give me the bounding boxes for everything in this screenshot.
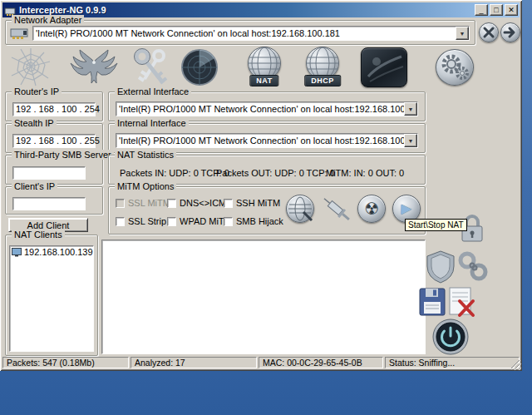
- nat-badge: NAT: [249, 75, 278, 86]
- dhcp-badge: DHCP: [304, 75, 341, 86]
- external-interface-value: 'Intel(R) PRO/1000 MT Network Connection…: [116, 102, 404, 116]
- ssh-mitm-checkbox[interactable]: [224, 199, 233, 208]
- routers-ip-value: 192 . 168 . 100 . 254: [16, 104, 100, 114]
- external-interface-select[interactable]: 'Intel(R) PRO/1000 MT Network Connection…: [116, 101, 418, 116]
- smb-hijack-checkbox[interactable]: [224, 217, 233, 226]
- external-interface-label: External Interface: [115, 86, 191, 96]
- mitm-globe-button[interactable]: [286, 195, 314, 223]
- statusbar: Packets: 547 (0.18Mb) Analyzed: 17 MAC: …: [2, 357, 520, 368]
- ssl-strip-label: SSL Strip: [128, 216, 166, 226]
- ssl-mitm-label: SSL MiTM: [128, 198, 170, 208]
- clients-ip-input[interactable]: [12, 197, 86, 210]
- clients-ip-label: Client's IP: [12, 181, 57, 191]
- network-adapter-group: Network Adapter 'Intel(R) PRO/1000 MT Ne…: [5, 20, 475, 45]
- spiderweb-icon[interactable]: [10, 47, 52, 87]
- internal-interface-value: 'Intel(R) PRO/1000 MT Network Connection…: [116, 134, 404, 147]
- window-title: Intercepter-NG 0.9.9: [19, 5, 473, 15]
- smb-hijack-label: SMB Hijack: [236, 216, 283, 226]
- nat-client-ip: 192.168.100.139: [24, 247, 93, 257]
- ssl-mitm-checkbox[interactable]: [116, 199, 125, 208]
- arrow-glyph: ▼: [460, 31, 466, 37]
- nat-client-row[interactable]: 192.168.100.139: [10, 246, 93, 258]
- internal-interface-label: Internal Interface: [115, 118, 189, 128]
- smb-server-group: Third-Party SMB Server: [5, 155, 103, 185]
- app-icon: [4, 5, 16, 15]
- output-log[interactable]: [101, 240, 426, 354]
- routers-ip-label: Router's IP: [12, 86, 62, 96]
- statusbar-packets: Packets: 547 (0.18Mb): [2, 357, 129, 368]
- packets-out-stat: Packets OUT: UDP: 0 TCP: 0: [214, 167, 337, 179]
- injection-syringe-button[interactable]: [323, 196, 351, 223]
- ssh-mitm-label: SSH MiTM: [236, 198, 280, 208]
- close-button[interactable]: ✕: [505, 4, 518, 16]
- network-card-icon: [10, 27, 30, 43]
- routers-ip-input[interactable]: 192 . 168 . 100 . 254: [12, 102, 96, 116]
- nat-statistics-group: NAT Statistics Packets IN: UDP: 0 TCP: 0…: [108, 155, 426, 185]
- wpad-mitm-checkbox[interactable]: [167, 217, 176, 226]
- radiation-icon: ☢: [364, 200, 379, 218]
- routers-ip-group: Router's IP 192 . 168 . 100 . 254: [5, 91, 103, 121]
- shield-icon: [426, 249, 456, 284]
- eagle-icon[interactable]: [70, 48, 118, 86]
- save-floppy-button[interactable]: [419, 288, 446, 316]
- nat-clients-group: NAT Clients 192.168.100.139: [5, 235, 98, 356]
- desktop: Intercepter-NG 0.9.9 _ □ ✕ Network Adapt…: [0, 0, 532, 415]
- mitm-stat: MiTM: IN: 0 OUT: 0: [323, 167, 406, 179]
- internal-interface-group: Internal Interface 'Intel(R) PRO/1000 MT…: [108, 123, 426, 153]
- dhcp-globe-icon[interactable]: DHCP: [298, 47, 347, 88]
- handcuffs-icon: [457, 249, 489, 283]
- settings-gear-button[interactable]: [436, 49, 474, 86]
- clients-ip-group: Client's IP: [5, 186, 103, 215]
- network-adapter-select[interactable]: 'Intel(R) PRO/1000 MT Network Connection…: [32, 26, 470, 41]
- stealth-ip-input[interactable]: 192 . 168 . 100 . 255: [12, 134, 96, 148]
- nat-globe-icon[interactable]: NAT: [239, 47, 289, 88]
- arrow-glyph: ▼: [408, 106, 414, 112]
- nat-statistics-label: NAT Statistics: [115, 150, 176, 160]
- internal-interface-select[interactable]: 'Intel(R) PRO/1000 MT Network Connection…: [116, 133, 418, 148]
- power-button[interactable]: [431, 318, 470, 356]
- close-round-button[interactable]: [479, 22, 499, 42]
- keys-icon[interactable]: [131, 47, 170, 87]
- radar-scan-icon[interactable]: [178, 47, 221, 87]
- statusbar-status: Status: Sniffing...: [385, 357, 520, 368]
- ssl-strip-checkbox[interactable]: [116, 217, 125, 226]
- stealth-ip-group: Stealth IP 192 . 168 . 100 . 255: [5, 123, 103, 153]
- clear-log-button[interactable]: [447, 286, 475, 318]
- play-icon: ▶: [401, 201, 411, 215]
- nat-clients-label: NAT Clients: [12, 230, 65, 240]
- minimize-button[interactable]: _: [475, 4, 488, 16]
- start-stop-nat-tooltip: Start\Stop NAT: [405, 219, 467, 231]
- smb-server-label: Third-Party SMB Server: [12, 150, 114, 160]
- intercepter-window: Intercepter-NG 0.9.9 _ □ ✕ Network Adapt…: [0, 0, 522, 371]
- arrow-glyph: ▼: [408, 138, 414, 144]
- statusbar-analyzed: Analyzed: 17: [131, 357, 257, 368]
- smb-server-input[interactable]: [12, 166, 86, 180]
- add-client-label: Add Client: [27, 220, 70, 230]
- hide-arrow-round-button[interactable]: [500, 22, 520, 42]
- resize-grip[interactable]: [511, 360, 521, 370]
- intercepter-logo-icon[interactable]: [361, 47, 407, 87]
- stealth-ip-label: Stealth IP: [12, 118, 57, 128]
- close-icon: ✕: [508, 6, 515, 14]
- maximize-icon: □: [494, 6, 498, 14]
- dropdown-arrow-icon[interactable]: ▼: [404, 134, 417, 147]
- external-interface-group: External Interface 'Intel(R) PRO/1000 MT…: [108, 91, 426, 121]
- nat-clients-list[interactable]: 192.168.100.139: [9, 245, 94, 352]
- dns-icmp-checkbox[interactable]: [167, 199, 176, 208]
- client-monitor-icon: [12, 248, 22, 257]
- dropdown-arrow-icon[interactable]: ▼: [404, 102, 417, 116]
- dropdown-arrow-icon[interactable]: ▼: [456, 27, 469, 40]
- statusbar-mac: MAC: 00-0C-29-65-45-0B: [259, 357, 383, 368]
- maximize-button[interactable]: □: [490, 4, 503, 16]
- minimize-icon: _: [479, 6, 483, 14]
- stealth-ip-value: 192 . 168 . 100 . 255: [16, 136, 100, 146]
- network-adapter-label: Network Adapter: [12, 15, 84, 25]
- mitm-options-label: MiTM Options: [115, 181, 176, 191]
- network-adapter-value: 'Intel(R) PRO/1000 MT Network Connection…: [33, 27, 456, 40]
- kill-radiation-button[interactable]: ☢: [357, 195, 386, 223]
